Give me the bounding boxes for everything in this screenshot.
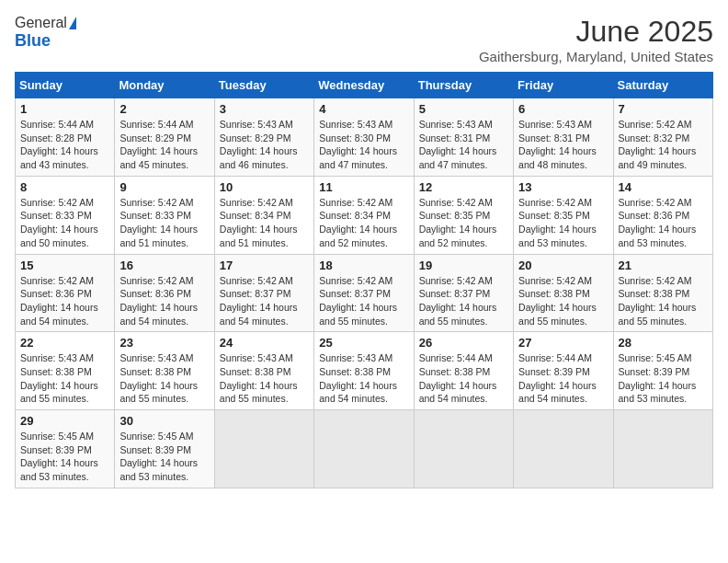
day-number: 18 <box>319 259 408 272</box>
calendar-week-row: 8Sunrise: 5:42 AMSunset: 8:33 PMDaylight… <box>16 176 713 254</box>
day-number: 4 <box>319 102 408 116</box>
day-info: Sunrise: 5:43 AMSunset: 8:38 PMDaylight:… <box>119 351 209 406</box>
day-number: 6 <box>518 102 608 116</box>
day-info: Sunrise: 5:45 AMSunset: 8:39 PMDaylight:… <box>20 430 109 484</box>
day-info: Sunrise: 5:42 AMSunset: 8:37 PMDaylight:… <box>220 274 309 328</box>
day-number: 17 <box>220 259 309 272</box>
weekday-header: Thursday <box>414 73 513 98</box>
calendar-cell <box>514 410 613 488</box>
title-area: June 2025 Gaithersburg, Maryland, United… <box>479 15 713 64</box>
weekday-header: Sunday <box>16 73 115 98</box>
calendar-cell: 9Sunrise: 5:42 AMSunset: 8:33 PMDaylight… <box>115 176 214 254</box>
calendar-cell <box>414 410 513 488</box>
day-info: Sunrise: 5:42 AMSunset: 8:38 PMDaylight:… <box>518 274 608 328</box>
day-info: Sunrise: 5:42 AMSunset: 8:33 PMDaylight:… <box>119 196 209 250</box>
calendar-cell: 5Sunrise: 5:43 AMSunset: 8:31 PMDaylight… <box>414 98 513 177</box>
calendar-cell: 3Sunrise: 5:43 AMSunset: 8:29 PMDaylight… <box>214 98 313 177</box>
calendar-cell: 25Sunrise: 5:43 AMSunset: 8:38 PMDayligh… <box>314 332 414 410</box>
day-info: Sunrise: 5:43 AMSunset: 8:29 PMDaylight:… <box>220 118 309 172</box>
weekday-header: Saturday <box>613 73 712 98</box>
day-info: Sunrise: 5:42 AMSunset: 8:34 PMDaylight:… <box>319 196 408 250</box>
header: General Blue June 2025 Gaithersburg, Mar… <box>15 15 713 64</box>
day-number: 22 <box>20 336 109 350</box>
calendar-cell <box>613 410 712 488</box>
day-number: 9 <box>119 180 209 194</box>
calendar-cell: 21Sunrise: 5:42 AMSunset: 8:38 PMDayligh… <box>613 254 712 332</box>
day-info: Sunrise: 5:43 AMSunset: 8:38 PMDaylight:… <box>20 351 109 406</box>
calendar-cell: 24Sunrise: 5:43 AMSunset: 8:38 PMDayligh… <box>214 332 313 410</box>
calendar-cell: 28Sunrise: 5:45 AMSunset: 8:39 PMDayligh… <box>613 332 712 410</box>
calendar-cell: 17Sunrise: 5:42 AMSunset: 8:37 PMDayligh… <box>214 254 313 332</box>
calendar-cell: 30Sunrise: 5:45 AMSunset: 8:39 PMDayligh… <box>115 410 214 488</box>
calendar-cell: 29Sunrise: 5:45 AMSunset: 8:39 PMDayligh… <box>16 410 115 488</box>
day-number: 16 <box>119 259 209 272</box>
calendar-week-row: 1Sunrise: 5:44 AMSunset: 8:28 PMDaylight… <box>16 98 713 177</box>
calendar-cell: 4Sunrise: 5:43 AMSunset: 8:30 PMDaylight… <box>314 98 414 177</box>
day-number: 7 <box>619 102 708 116</box>
day-info: Sunrise: 5:42 AMSunset: 8:36 PMDaylight:… <box>20 274 109 328</box>
calendar-cell: 1Sunrise: 5:44 AMSunset: 8:28 PMDaylight… <box>16 98 115 177</box>
day-info: Sunrise: 5:43 AMSunset: 8:38 PMDaylight:… <box>220 351 309 406</box>
day-info: Sunrise: 5:42 AMSunset: 8:32 PMDaylight:… <box>619 118 708 172</box>
day-info: Sunrise: 5:42 AMSunset: 8:37 PMDaylight:… <box>419 274 508 328</box>
day-number: 13 <box>518 180 608 194</box>
day-info: Sunrise: 5:45 AMSunset: 8:39 PMDaylight:… <box>119 430 209 484</box>
day-number: 25 <box>319 336 408 350</box>
day-info: Sunrise: 5:42 AMSunset: 8:36 PMDaylight:… <box>119 274 209 328</box>
calendar-cell <box>314 410 414 488</box>
day-info: Sunrise: 5:42 AMSunset: 8:33 PMDaylight:… <box>20 196 109 250</box>
calendar-week-row: 15Sunrise: 5:42 AMSunset: 8:36 PMDayligh… <box>16 254 713 332</box>
day-number: 5 <box>419 102 508 116</box>
day-info: Sunrise: 5:44 AMSunset: 8:28 PMDaylight:… <box>20 118 109 172</box>
calendar-cell: 27Sunrise: 5:44 AMSunset: 8:39 PMDayligh… <box>514 332 613 410</box>
day-info: Sunrise: 5:42 AMSunset: 8:35 PMDaylight:… <box>419 196 508 250</box>
day-info: Sunrise: 5:42 AMSunset: 8:38 PMDaylight:… <box>619 274 708 328</box>
day-info: Sunrise: 5:42 AMSunset: 8:35 PMDaylight:… <box>518 196 608 250</box>
day-number: 19 <box>419 259 508 272</box>
calendar-cell: 11Sunrise: 5:42 AMSunset: 8:34 PMDayligh… <box>314 176 414 254</box>
day-number: 30 <box>119 414 209 428</box>
calendar-cell: 14Sunrise: 5:42 AMSunset: 8:36 PMDayligh… <box>613 176 712 254</box>
calendar-cell: 7Sunrise: 5:42 AMSunset: 8:32 PMDaylight… <box>613 98 712 177</box>
day-info: Sunrise: 5:42 AMSunset: 8:34 PMDaylight:… <box>220 196 309 250</box>
day-info: Sunrise: 5:44 AMSunset: 8:29 PMDaylight:… <box>119 118 209 172</box>
weekday-header: Tuesday <box>214 73 313 98</box>
calendar-cell: 20Sunrise: 5:42 AMSunset: 8:38 PMDayligh… <box>514 254 613 332</box>
day-info: Sunrise: 5:42 AMSunset: 8:36 PMDaylight:… <box>619 196 708 250</box>
day-number: 10 <box>220 180 309 194</box>
day-number: 28 <box>619 336 708 350</box>
day-number: 15 <box>20 259 109 272</box>
calendar-week-row: 29Sunrise: 5:45 AMSunset: 8:39 PMDayligh… <box>16 410 713 488</box>
weekday-header: Monday <box>115 73 214 98</box>
day-number: 24 <box>220 336 309 350</box>
calendar-cell: 26Sunrise: 5:44 AMSunset: 8:38 PMDayligh… <box>414 332 513 410</box>
day-info: Sunrise: 5:42 AMSunset: 8:37 PMDaylight:… <box>319 274 408 328</box>
day-number: 2 <box>119 102 209 116</box>
calendar-title: June 2025 <box>479 15 713 49</box>
day-number: 11 <box>319 180 408 194</box>
day-info: Sunrise: 5:44 AMSunset: 8:38 PMDaylight:… <box>419 351 508 406</box>
day-number: 8 <box>20 180 109 194</box>
logo-icon <box>69 17 76 29</box>
day-number: 3 <box>220 102 309 116</box>
calendar-cell: 16Sunrise: 5:42 AMSunset: 8:36 PMDayligh… <box>115 254 214 332</box>
day-number: 26 <box>419 336 508 350</box>
day-info: Sunrise: 5:43 AMSunset: 8:31 PMDaylight:… <box>419 118 508 172</box>
weekday-header: Friday <box>514 73 613 98</box>
day-info: Sunrise: 5:45 AMSunset: 8:39 PMDaylight:… <box>619 351 708 406</box>
day-number: 27 <box>518 336 608 350</box>
calendar-header-row: SundayMondayTuesdayWednesdayThursdayFrid… <box>16 73 713 98</box>
day-number: 20 <box>518 259 608 272</box>
calendar-cell: 18Sunrise: 5:42 AMSunset: 8:37 PMDayligh… <box>314 254 414 332</box>
calendar-cell: 2Sunrise: 5:44 AMSunset: 8:29 PMDaylight… <box>115 98 214 177</box>
logo-general-text: General <box>15 15 67 31</box>
calendar-table: SundayMondayTuesdayWednesdayThursdayFrid… <box>15 72 713 488</box>
calendar-cell: 15Sunrise: 5:42 AMSunset: 8:36 PMDayligh… <box>16 254 115 332</box>
day-number: 29 <box>20 414 109 428</box>
calendar-body: 1Sunrise: 5:44 AMSunset: 8:28 PMDaylight… <box>16 98 713 488</box>
calendar-cell: 19Sunrise: 5:42 AMSunset: 8:37 PMDayligh… <box>414 254 513 332</box>
calendar-cell: 8Sunrise: 5:42 AMSunset: 8:33 PMDaylight… <box>16 176 115 254</box>
day-number: 21 <box>619 259 708 272</box>
calendar-cell: 10Sunrise: 5:42 AMSunset: 8:34 PMDayligh… <box>214 176 313 254</box>
day-info: Sunrise: 5:43 AMSunset: 8:38 PMDaylight:… <box>319 351 408 406</box>
